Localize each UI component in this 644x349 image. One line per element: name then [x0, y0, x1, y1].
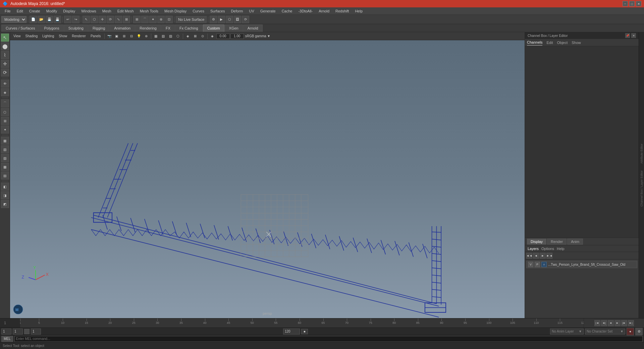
menu-help[interactable]: Help	[352, 8, 365, 14]
options-subtab[interactable]: Options	[541, 247, 554, 251]
show-tab[interactable]: Show	[572, 40, 581, 45]
menu-3dtoall[interactable]: -3DtoAll-	[296, 8, 315, 14]
redo-button[interactable]: ↪	[72, 16, 79, 23]
play-fwd-btn[interactable]: ►	[614, 320, 621, 326]
rotate-tool[interactable]: ⟳	[107, 16, 114, 23]
layer-prev-single-btn[interactable]: ◄	[533, 253, 539, 259]
menu-deform[interactable]: Deform	[228, 8, 246, 14]
tab-custom[interactable]: Custom	[203, 24, 224, 32]
anim-layer-selector[interactable]: No Anim Layer ▼	[550, 329, 584, 335]
extra-btn-2[interactable]: ◨	[1, 191, 9, 199]
mesh-tool-btn[interactable]: ⬡	[1, 108, 9, 116]
command-input[interactable]	[14, 336, 643, 342]
undo-button[interactable]: ↩	[64, 16, 71, 23]
play-back-btn[interactable]: ◄	[608, 320, 614, 326]
tab-curves-surfaces[interactable]: Curves / Surfaces	[1, 24, 39, 32]
grid-btn-2[interactable]: ▧	[1, 145, 9, 153]
scale-tool[interactable]: ⤡	[115, 16, 122, 23]
viewport-canvas[interactable]: X Y Z persp M	[10, 40, 525, 318]
curve-tool-btn[interactable]: ⌒	[1, 99, 9, 107]
tab-arnold[interactable]: Arnold	[243, 24, 263, 32]
menu-edit-mesh[interactable]: Edit Mesh	[115, 8, 137, 14]
step-fwd-btn[interactable]: |►	[621, 320, 627, 326]
layer-next-end-btn[interactable]: ►◄	[546, 253, 552, 259]
snap-point[interactable]: ✦	[149, 16, 157, 23]
menu-display[interactable]: Display	[60, 8, 78, 14]
move-tool[interactable]: ✛	[99, 16, 106, 23]
grid-btn-1[interactable]: ▦	[1, 137, 9, 145]
ipr-btn[interactable]: ⬡	[226, 16, 233, 23]
texture-btn[interactable]: ⊠	[192, 33, 199, 40]
lasso-select[interactable]: ⬡	[91, 16, 98, 23]
bounding-box-btn[interactable]: ⬡	[175, 33, 181, 40]
camera-btn[interactable]: 📷	[106, 33, 113, 40]
flat-shade-btn[interactable]: ▨	[167, 33, 174, 40]
current-frame-input[interactable]	[13, 329, 23, 335]
grid-btn-5[interactable]: ▤	[1, 171, 9, 180]
tab-animation[interactable]: Animation	[110, 24, 135, 32]
layer-visible-check[interactable]: V	[528, 262, 533, 267]
tab-fx-caching[interactable]: Fx Caching	[175, 24, 203, 32]
paint-select-btn[interactable]: ⬤	[1, 42, 9, 50]
xray-btn[interactable]: ◈	[184, 33, 191, 40]
snap-surface[interactable]: ⊛	[157, 16, 165, 23]
menu-create[interactable]: Create	[26, 8, 43, 14]
select-tool-btn[interactable]: ↖	[1, 34, 9, 42]
view-menu[interactable]: View	[11, 34, 23, 39]
show-hide-btn[interactable]: 👁	[1, 80, 9, 88]
tab-sculpting[interactable]: Sculpting	[64, 24, 88, 32]
edit-tab[interactable]: Edit	[546, 40, 553, 45]
maximize-button[interactable]: □	[629, 1, 635, 6]
ambient-occ-btn[interactable]: ⊙	[199, 33, 206, 40]
menu-surfaces[interactable]: Surfaces	[208, 8, 227, 14]
tab-polygons[interactable]: Polygons	[40, 24, 63, 32]
menu-uv[interactable]: UV	[246, 8, 257, 14]
frame-tick-input[interactable]	[31, 329, 41, 335]
render-tab[interactable]: Render	[547, 239, 567, 245]
renderer-menu[interactable]: Renderer	[70, 34, 88, 39]
object-tab[interactable]: Object	[557, 40, 568, 45]
extra-btn-3[interactable]: ◩	[1, 200, 9, 208]
lighting-menu[interactable]: Lighting	[40, 34, 56, 39]
render-settings[interactable]: ⚙	[210, 16, 217, 23]
snap-curve[interactable]: ⌒	[141, 16, 149, 23]
wireframe-btn[interactable]: ▦	[153, 33, 159, 40]
frame-end-input[interactable]	[283, 329, 300, 335]
menu-mesh-display[interactable]: Mesh Display	[162, 8, 189, 14]
settings-btn[interactable]: ⚙	[635, 328, 643, 335]
snap-grid[interactable]: ⊞	[133, 16, 141, 23]
far-clip-input[interactable]	[230, 34, 244, 39]
menu-cache[interactable]: Cache	[279, 8, 295, 14]
grid-btn-3[interactable]: ▨	[1, 154, 9, 162]
auto-key-btn[interactable]: ●	[627, 328, 634, 335]
layer-prev-btn[interactable]: ◄◄	[526, 253, 532, 259]
filmgate-btn[interactable]: ▣	[113, 33, 120, 40]
layers-subtab[interactable]: Layers	[528, 247, 539, 251]
menu-file[interactable]: File	[2, 8, 13, 14]
go-start-btn[interactable]: |◄	[594, 320, 600, 326]
frame-start-input[interactable]	[1, 329, 11, 335]
menu-modify[interactable]: Modify	[44, 8, 60, 14]
extra-btn-1[interactable]: ◧	[1, 183, 9, 191]
grid-btn-4[interactable]: ▩	[1, 163, 9, 171]
render-btn[interactable]: ▶	[218, 16, 225, 23]
menu-mesh-tools[interactable]: Mesh Tools	[137, 8, 161, 14]
shading-menu[interactable]: Shading	[23, 34, 40, 39]
show-menu[interactable]: Show	[57, 34, 69, 39]
menu-curves[interactable]: Curves	[190, 8, 207, 14]
workspace-selector[interactable]: Modeling	[1, 16, 26, 23]
save-button[interactable]: 💾	[46, 16, 53, 23]
help-subtab[interactable]: Help	[557, 247, 565, 251]
anim-tab[interactable]: Anim	[567, 239, 583, 245]
menu-mesh[interactable]: Mesh	[100, 8, 114, 14]
move-tool-btn[interactable]: ✛	[1, 60, 9, 68]
menu-windows[interactable]: Windows	[78, 8, 99, 14]
gamma-select[interactable]: sRGB gamma ▼	[245, 33, 271, 40]
lights-display[interactable]: 💡	[136, 33, 142, 40]
near-clip-input[interactable]	[216, 34, 230, 39]
close-button[interactable]: ✕	[636, 1, 641, 6]
minimize-button[interactable]: −	[623, 1, 628, 6]
display-tab[interactable]: Display	[527, 239, 546, 245]
panels-menu[interactable]: Panels	[89, 34, 103, 39]
tab-rendering[interactable]: Rendering	[135, 24, 161, 32]
